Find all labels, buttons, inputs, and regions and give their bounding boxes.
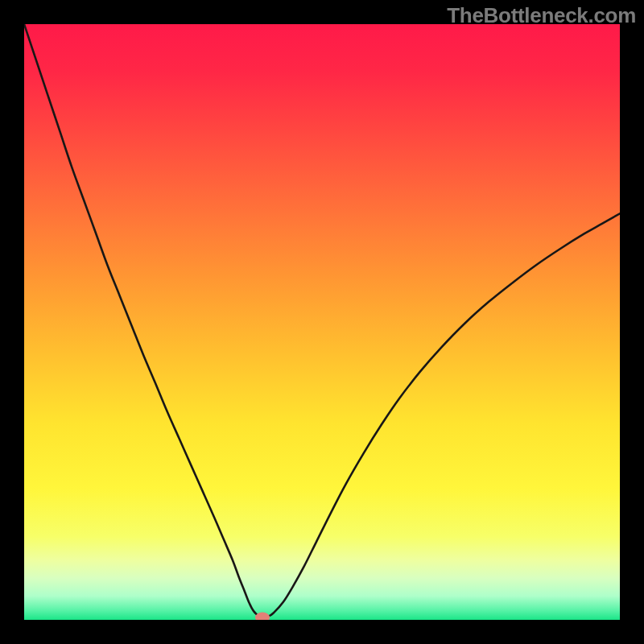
chart-svg — [24, 24, 620, 620]
chart-container: TheBottleneck.com — [0, 0, 644, 644]
plot-area — [24, 24, 620, 620]
